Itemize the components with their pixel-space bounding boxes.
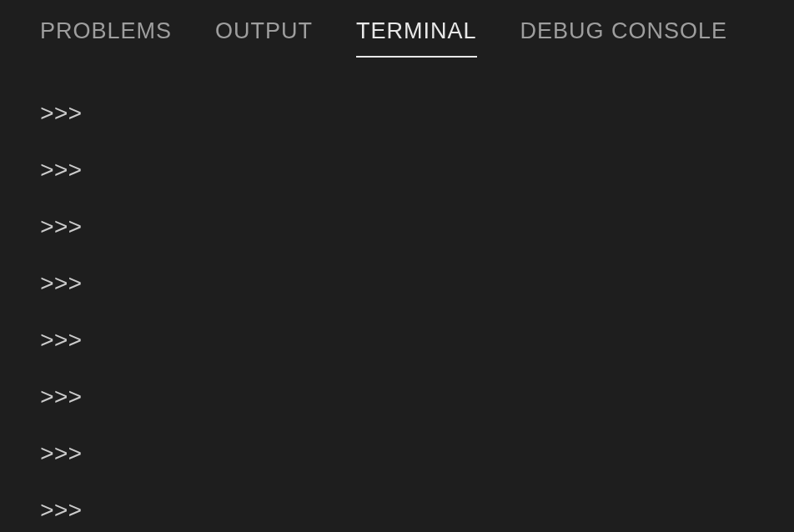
tab-problems[interactable]: PROBLEMS xyxy=(40,18,172,58)
terminal-line: >>> xyxy=(40,498,794,526)
panel-tabs: PROBLEMS OUTPUT TERMINAL DEBUG CONSOLE xyxy=(0,0,794,58)
terminal-line: >>> xyxy=(40,214,794,243)
terminal-line: >>> xyxy=(40,158,794,186)
tab-debug-console[interactable]: DEBUG CONSOLE xyxy=(520,18,728,58)
terminal-line: >>> xyxy=(40,271,794,299)
tab-terminal[interactable]: TERMINAL xyxy=(356,18,477,58)
terminal-line: >>> xyxy=(40,441,794,469)
terminal-line: >>> xyxy=(40,384,794,413)
tab-output[interactable]: OUTPUT xyxy=(215,18,313,58)
terminal-output[interactable]: >>> >>> >>> >>> >>> >>> >>> >>> >>> >>> … xyxy=(0,58,794,532)
terminal-line: >>> xyxy=(40,328,794,356)
terminal-line: >>> xyxy=(40,101,794,129)
